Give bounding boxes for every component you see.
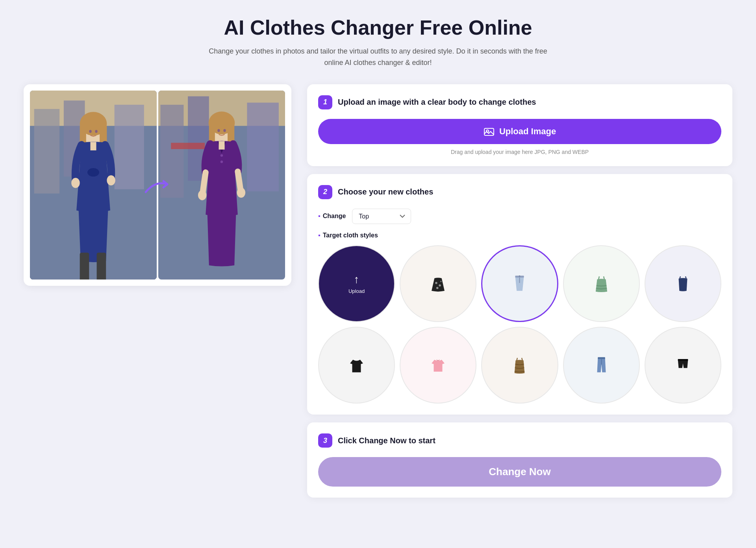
svg-point-43 — [519, 275, 521, 277]
upload-cloth-label: Upload — [348, 288, 365, 294]
svg-point-33 — [217, 129, 220, 132]
svg-point-40 — [440, 281, 442, 282]
change-type-row: Change Top Bottom Dress Full Body — [318, 209, 721, 224]
clothes-grid: ↑ Upload — [318, 245, 721, 404]
svg-rect-3 — [34, 109, 59, 193]
black-shorts-icon — [672, 354, 694, 376]
svg-point-39 — [436, 287, 439, 289]
change-label: Change — [318, 213, 346, 220]
cloth-brown-dress[interactable] — [481, 327, 558, 404]
step1-card: 1 Upload an image with a clear body to c… — [307, 84, 732, 166]
cloth-wide-jeans[interactable] — [481, 245, 558, 322]
svg-point-31 — [220, 154, 223, 156]
svg-rect-13 — [80, 252, 89, 279]
step2-header: 2 Choose your new clothes — [318, 185, 721, 199]
svg-point-30 — [237, 187, 245, 198]
before-image — [30, 91, 157, 280]
step3-badge: 3 — [318, 433, 332, 448]
black-tshirt-icon — [346, 354, 367, 376]
controls-panel: 1 Upload an image with a clear body to c… — [307, 84, 732, 498]
svg-point-11 — [71, 178, 80, 188]
cloth-navy-cami[interactable] — [645, 245, 721, 322]
svg-line-48 — [517, 358, 518, 360]
green-dress-icon — [591, 273, 612, 294]
cloth-pink-top[interactable] — [400, 327, 476, 404]
cloth-black-shorts[interactable] — [645, 327, 721, 404]
step1-header: 1 Upload an image with a clear body to c… — [318, 95, 721, 109]
svg-rect-5 — [115, 105, 144, 189]
upload-button-label: Upload Image — [499, 126, 556, 137]
cloth-green-dress[interactable] — [563, 245, 640, 322]
change-now-button[interactable]: Change Now — [318, 457, 721, 487]
svg-rect-28 — [219, 141, 224, 149]
svg-point-17 — [95, 130, 97, 133]
target-cloth-label: Target cloth styles — [318, 232, 721, 239]
svg-rect-14 — [97, 252, 106, 279]
svg-point-15 — [87, 168, 99, 176]
step2-badge: 2 — [318, 185, 332, 199]
page-wrapper: AI Clothes Changer Free Online Change yo… — [0, 0, 756, 529]
main-content: 1 Upload an image with a clear body to c… — [24, 84, 732, 498]
cloth-light-jeans[interactable] — [563, 327, 640, 404]
cloth-black-tshirt[interactable] — [318, 327, 395, 404]
light-jeans-icon — [591, 354, 612, 376]
image-comparison-panel — [24, 84, 291, 286]
floral-skirt-icon — [427, 273, 449, 294]
svg-line-45 — [604, 276, 604, 279]
after-image — [158, 91, 285, 280]
step2-card: 2 Choose your new clothes Change Top Bot… — [307, 174, 732, 415]
svg-rect-22 — [247, 102, 279, 191]
page-subtitle: Change your clothes in photos and tailor… — [201, 46, 555, 68]
step2-title: Choose your new clothes — [338, 187, 433, 196]
upload-image-button[interactable]: Upload Image — [318, 119, 721, 144]
change-type-select[interactable]: Top Bottom Dress Full Body — [352, 209, 411, 224]
svg-point-34 — [223, 129, 226, 132]
svg-rect-51 — [598, 357, 605, 359]
page-title: AI Clothes Changer Free Online — [24, 16, 732, 39]
svg-rect-23 — [171, 143, 205, 149]
cloth-upload-item[interactable]: ↑ Upload — [318, 245, 395, 322]
svg-point-29 — [198, 190, 206, 200]
svg-line-44 — [598, 276, 599, 279]
svg-line-49 — [522, 358, 523, 360]
step1-title: Upload an image with a clear body to cha… — [338, 98, 536, 107]
page-header: AI Clothes Changer Free Online Change yo… — [24, 16, 732, 68]
svg-point-38 — [439, 284, 441, 287]
pink-top-icon — [427, 354, 449, 376]
upload-icon — [484, 126, 495, 137]
brown-dress-icon — [509, 354, 530, 376]
wide-jeans-icon — [509, 273, 530, 294]
change-now-label: Change Now — [489, 466, 550, 478]
svg-point-16 — [89, 130, 91, 133]
step3-title: Click Change Now to start — [338, 436, 435, 445]
step3-card: 3 Click Change Now to start Change Now — [307, 422, 732, 498]
svg-rect-52 — [678, 359, 688, 361]
step3-header: 3 Click Change Now to start — [318, 433, 721, 448]
svg-point-32 — [220, 160, 223, 163]
svg-rect-10 — [90, 142, 96, 150]
upload-hint-text: Drag and upload your image here JPG, PNG… — [318, 149, 721, 155]
transition-arrow — [142, 172, 173, 198]
navy-cami-icon — [672, 273, 694, 294]
upload-arrow-icon: ↑ — [354, 273, 359, 286]
svg-point-12 — [107, 175, 115, 185]
svg-point-37 — [435, 282, 437, 284]
step1-badge: 1 — [318, 95, 332, 109]
cloth-floral-skirt[interactable] — [400, 245, 476, 322]
